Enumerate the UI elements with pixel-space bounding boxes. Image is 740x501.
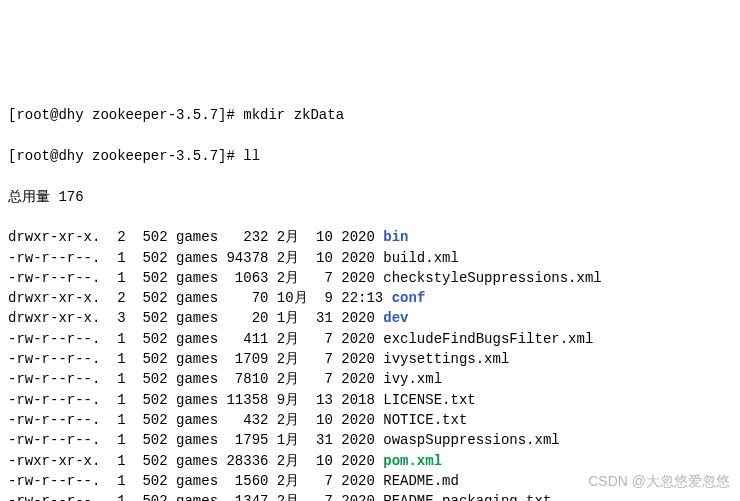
file-meta: -rw-r--r--. 1 502 games 7810 2月 7 2020	[8, 371, 383, 387]
list-item: -rw-r--r--. 1 502 games 11358 9月 13 2018…	[8, 390, 732, 410]
file-name: excludeFindBugsFilter.xml	[383, 331, 593, 347]
file-name: pom.xml	[383, 453, 442, 469]
file-meta: -rw-r--r--. 1 502 games 432 2月 10 2020	[8, 412, 383, 428]
file-meta: -rwxr-xr-x. 1 502 games 28336 2月 10 2020	[8, 453, 383, 469]
file-meta: -rw-r--r--. 1 502 games 411 2月 7 2020	[8, 331, 383, 347]
list-item: -rw-r--r--. 1 502 games 1709 2月 7 2020 i…	[8, 349, 732, 369]
list-item: -rw-r--r--. 1 502 games 94378 2月 10 2020…	[8, 248, 732, 268]
command-text: ll	[243, 148, 260, 164]
prompt-line-2: [root@dhy zookeeper-3.5.7]# ll	[8, 146, 732, 166]
terminal-output[interactable]: [root@dhy zookeeper-3.5.7]# mkdir zkData…	[8, 85, 732, 501]
command-text: mkdir zkData	[243, 107, 344, 123]
list-item: -rwxr-xr-x. 1 502 games 28336 2月 10 2020…	[8, 451, 732, 471]
file-meta: drwxr-xr-x. 2 502 games 70 10月 9 22:13	[8, 290, 392, 306]
list-item: -rw-r--r--. 1 502 games 1795 1月 31 2020 …	[8, 430, 732, 450]
file-name: bin	[383, 229, 408, 245]
file-meta: drwxr-xr-x. 3 502 games 20 1月 31 2020	[8, 310, 383, 326]
file-name: README_packaging.txt	[383, 493, 551, 501]
file-name: LICENSE.txt	[383, 392, 475, 408]
file-name: README.md	[383, 473, 459, 489]
file-meta: -rw-r--r--. 1 502 games 94378 2月 10 2020	[8, 250, 383, 266]
prompt-prefix: [root@dhy zookeeper-3.5.7]#	[8, 107, 235, 123]
list-item: -rw-r--r--. 1 502 games 1063 2月 7 2020 c…	[8, 268, 732, 288]
file-name: ivysettings.xml	[383, 351, 509, 367]
file-listing: drwxr-xr-x. 2 502 games 232 2月 10 2020 b…	[8, 227, 732, 501]
total-line: 总用量 176	[8, 187, 732, 207]
file-name: build.xml	[383, 250, 459, 266]
list-item: -rw-r--r--. 1 502 games 1560 2月 7 2020 R…	[8, 471, 732, 491]
file-meta: -rw-r--r--. 1 502 games 1063 2月 7 2020	[8, 270, 383, 286]
prompt-line-1: [root@dhy zookeeper-3.5.7]# mkdir zkData	[8, 105, 732, 125]
list-item: -rw-r--r--. 1 502 games 411 2月 7 2020 ex…	[8, 329, 732, 349]
file-meta: -rw-r--r--. 1 502 games 1709 2月 7 2020	[8, 351, 383, 367]
list-item: -rw-r--r--. 1 502 games 7810 2月 7 2020 i…	[8, 369, 732, 389]
file-name: NOTICE.txt	[383, 412, 467, 428]
file-name: checkstyleSuppressions.xml	[383, 270, 601, 286]
file-meta: drwxr-xr-x. 2 502 games 232 2月 10 2020	[8, 229, 383, 245]
list-item: drwxr-xr-x. 3 502 games 20 1月 31 2020 de…	[8, 308, 732, 328]
list-item: -rw-r--r--. 1 502 games 1347 2月 7 2020 R…	[8, 491, 732, 501]
file-name: owaspSuppressions.xml	[383, 432, 559, 448]
file-meta: -rw-r--r--. 1 502 games 11358 9月 13 2018	[8, 392, 383, 408]
file-meta: -rw-r--r--. 1 502 games 1795 1月 31 2020	[8, 432, 383, 448]
list-item: drwxr-xr-x. 2 502 games 232 2月 10 2020 b…	[8, 227, 732, 247]
list-item: drwxr-xr-x. 2 502 games 70 10月 9 22:13 c…	[8, 288, 732, 308]
prompt-prefix: [root@dhy zookeeper-3.5.7]#	[8, 148, 235, 164]
file-meta: -rw-r--r--. 1 502 games 1347 2月 7 2020	[8, 493, 383, 501]
file-name: conf	[392, 290, 426, 306]
file-name: ivy.xml	[383, 371, 442, 387]
file-name: dev	[383, 310, 408, 326]
list-item: -rw-r--r--. 1 502 games 432 2月 10 2020 N…	[8, 410, 732, 430]
file-meta: -rw-r--r--. 1 502 games 1560 2月 7 2020	[8, 473, 383, 489]
